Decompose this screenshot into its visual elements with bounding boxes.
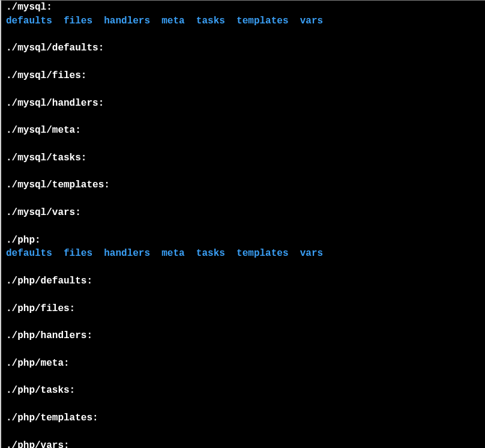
dir-name: defaults: [6, 16, 52, 26]
path-line: ./php/vars:: [6, 440, 70, 449]
dir-name: tasks: [196, 16, 225, 26]
path-line: ./php/templates:: [6, 413, 98, 423]
dir-name: vars: [300, 248, 323, 259]
path-line: ./php/meta:: [6, 358, 70, 369]
path-line: ./php/tasks:: [6, 385, 75, 396]
dir-name: meta: [161, 16, 184, 26]
path-line: ./mysql/templates:: [6, 180, 110, 190]
partial-line: ./mysql:: [6, 2, 52, 13]
path-line: ./mysql/tasks:: [6, 153, 86, 163]
dir-name: files: [64, 248, 92, 259]
dir-name: vars: [300, 16, 323, 26]
dir-name: templates: [236, 16, 288, 26]
path-line: ./mysql/files:: [6, 70, 86, 81]
dir-name: handlers: [104, 248, 150, 259]
dir-name: tasks: [196, 248, 225, 259]
path-line: ./php/files:: [6, 303, 75, 314]
dir-name: templates: [236, 248, 288, 259]
dir-name: meta: [161, 248, 184, 259]
path-line: ./mysql/handlers:: [6, 98, 104, 109]
path-line: ./php/defaults:: [6, 276, 92, 286]
dir-name: defaults: [6, 248, 52, 259]
path-line: ./mysql/meta:: [6, 125, 81, 136]
path-line: ./mysql/defaults:: [6, 43, 104, 53]
path-line: ./php/handlers:: [6, 330, 92, 341]
path-line: ./mysql/vars:: [6, 207, 81, 218]
path-line: ./php:: [6, 235, 41, 246]
terminal-output[interactable]: ./mysql: defaults files handlers meta ta…: [1, 1, 485, 448]
dir-name: handlers: [104, 16, 150, 26]
dir-name: files: [64, 16, 92, 26]
